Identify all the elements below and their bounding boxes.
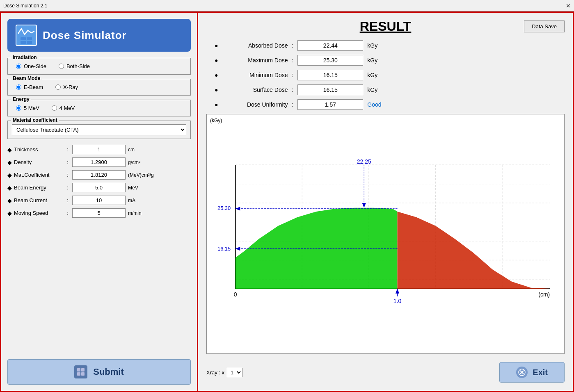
irradiation-one-side-label: One-Side xyxy=(24,63,46,69)
submit-button[interactable]: Submit xyxy=(7,359,191,385)
param-colon: : xyxy=(66,185,70,191)
data-save-button[interactable]: Data Save xyxy=(524,21,565,32)
irradiation-options: One-Side Both-Side xyxy=(12,62,186,71)
result-value-2[interactable] xyxy=(297,70,363,80)
result-bullet: ● xyxy=(215,57,218,64)
param-input-3[interactable] xyxy=(72,183,126,192)
logo-title: Dose Simulator xyxy=(43,29,127,42)
param-unit-5: m/min xyxy=(128,210,142,216)
result-label-3: Surface Dose xyxy=(222,87,288,93)
result-row: ● Absorbed Dose : kGy xyxy=(215,40,556,51)
exit-icon xyxy=(516,367,528,378)
beam-ebeam[interactable]: E-Beam xyxy=(16,84,43,90)
beam-ebeam-radio[interactable] xyxy=(16,84,21,90)
result-unit-2: kGy xyxy=(367,72,377,78)
param-input-4[interactable] xyxy=(72,196,126,205)
result-rows: ● Absorbed Dose : kGy ● Maximum Dose : k… xyxy=(206,40,565,110)
irradiation-one-side-radio[interactable] xyxy=(16,64,21,69)
param-bullet: ◆ xyxy=(7,210,11,217)
irradiation-one-side[interactable]: One-Side xyxy=(16,63,46,69)
title-bar: Dose Simulation 2.1 ✕ xyxy=(0,0,574,11)
green-area xyxy=(236,208,398,289)
bottom-bar: Xray : x 1 2 3 Exit xyxy=(206,360,565,385)
energy-5mev-radio[interactable] xyxy=(16,105,21,111)
result-row: ● Minimum Dose : kGy xyxy=(215,70,556,80)
submit-label: Submit xyxy=(93,367,124,377)
result-bullet: ● xyxy=(215,101,218,108)
energy-4mev[interactable]: 4 MeV xyxy=(52,105,75,111)
param-label-2: Mat.Coefficient xyxy=(14,172,63,178)
param-colon: : xyxy=(66,197,70,203)
param-row: ◆ Mat.Coefficient : (MeV)cm²/g xyxy=(7,170,191,180)
close-button[interactable]: ✕ xyxy=(566,2,571,9)
param-bullet: ◆ xyxy=(7,146,11,153)
param-unit-3: MeV xyxy=(128,185,138,191)
param-row: ◆ Thickness : cm xyxy=(7,145,191,154)
result-label-1: Maximum Dose xyxy=(222,57,288,64)
beam-mode-options: E-Beam X-Ray xyxy=(12,82,186,92)
submit-icon-svg xyxy=(76,367,85,376)
grid-cell xyxy=(27,37,32,40)
result-row: ● Surface Dose : kGy xyxy=(215,84,556,95)
param-input-1[interactable] xyxy=(72,157,126,167)
exit-label: Exit xyxy=(533,368,548,377)
result-colon: : xyxy=(292,101,293,108)
energy-group: Energy 5 MeV 4 MeV xyxy=(7,100,191,116)
result-value-3[interactable] xyxy=(297,84,363,95)
irradiation-both-side[interactable]: Both-Side xyxy=(59,63,90,69)
material-coefficient-select[interactable]: Cellulose Triacetate (CTA) Water Aluminu… xyxy=(12,124,186,135)
result-unit-0: kGy xyxy=(367,42,377,49)
svg-rect-2 xyxy=(77,372,80,376)
param-label-3: Beam Energy xyxy=(14,185,63,191)
beam-mode-group: Beam Mode E-Beam X-Ray xyxy=(7,79,191,96)
param-row: ◆ Density : g/cm³ xyxy=(7,157,191,167)
param-input-5[interactable] xyxy=(72,208,126,218)
result-title: RESULT xyxy=(360,19,412,34)
param-bullet: ◆ xyxy=(7,159,11,166)
grid-cell xyxy=(21,37,26,40)
result-bullet: ● xyxy=(215,42,218,49)
result-unit-1: kGy xyxy=(367,57,377,64)
param-input-0[interactable] xyxy=(72,145,126,154)
param-colon: : xyxy=(66,210,70,216)
min-dose-label: 16.15 xyxy=(217,246,231,252)
result-bullet: ● xyxy=(215,72,218,78)
result-colon: : xyxy=(292,72,293,78)
svg-marker-18 xyxy=(362,203,366,208)
irradiation-both-side-radio[interactable] xyxy=(59,64,64,69)
param-colon: : xyxy=(66,172,70,178)
energy-4mev-label: 4 MeV xyxy=(59,105,75,111)
result-value-1[interactable] xyxy=(297,55,363,66)
red-area xyxy=(398,212,550,289)
param-unit-0: cm xyxy=(128,147,135,153)
beam-xray-label: X-Ray xyxy=(63,84,78,90)
param-grid: ◆ Thickness : cm ◆ Density : g/cm³ ◆ Mat… xyxy=(7,143,191,219)
exit-icon-svg xyxy=(518,369,526,376)
result-label-2: Minimum Dose xyxy=(222,72,288,78)
energy-label: Energy xyxy=(11,96,31,102)
beam-ebeam-label: E-Beam xyxy=(24,84,43,90)
xray-select[interactable]: 1 2 3 xyxy=(227,368,242,377)
grid-cell xyxy=(27,41,32,44)
energy-5mev[interactable]: 5 MeV xyxy=(16,105,39,111)
param-row: ◆ Moving Speed : m/min xyxy=(7,208,191,218)
param-unit-2: (MeV)cm²/g xyxy=(128,172,154,178)
param-unit-4: mA xyxy=(128,198,135,203)
beam-xray[interactable]: X-Ray xyxy=(55,84,78,90)
result-value-0[interactable] xyxy=(297,40,363,51)
submit-icon xyxy=(74,365,87,378)
result-label-0: Absorbed Dose xyxy=(222,42,288,49)
result-row: ● Dose Uniformity : Good xyxy=(215,99,556,110)
param-input-2[interactable] xyxy=(72,170,126,180)
grid-icon xyxy=(21,37,32,44)
logo-banner: Dose Simulator xyxy=(7,19,191,52)
param-colon: : xyxy=(66,146,70,153)
beam-xray-radio[interactable] xyxy=(55,84,61,90)
exit-button[interactable]: Exit xyxy=(499,362,565,383)
result-value-4[interactable] xyxy=(297,99,363,110)
svg-marker-24 xyxy=(396,289,399,294)
result-bullet: ● xyxy=(215,87,218,93)
left-panel: Dose Simulator Irradiation One-Side Both… xyxy=(1,13,198,391)
energy-4mev-radio[interactable] xyxy=(52,105,57,111)
param-row: ◆ Beam Current : mA xyxy=(7,196,191,205)
